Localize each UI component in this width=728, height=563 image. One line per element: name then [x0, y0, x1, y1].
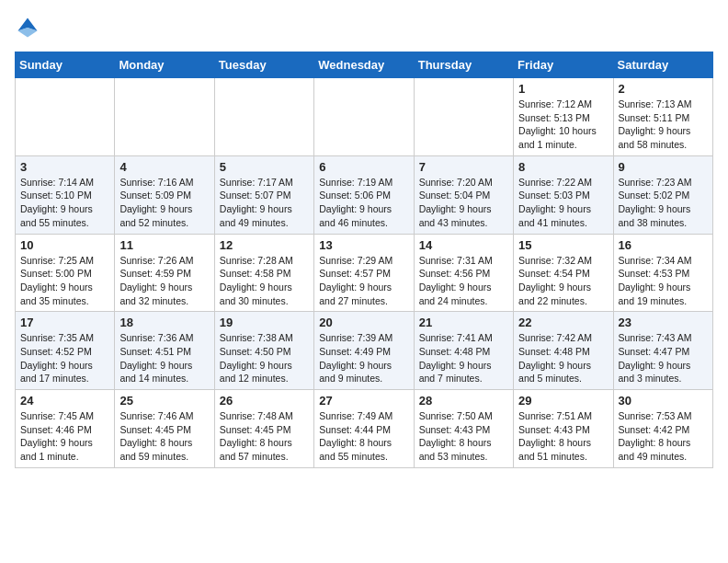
- calendar-cell: 2Sunrise: 7:13 AM Sunset: 5:11 PM Daylig…: [613, 78, 712, 156]
- calendar-cell: [115, 78, 214, 156]
- day-number: 8: [518, 160, 608, 174]
- calendar-cell: 7Sunrise: 7:20 AM Sunset: 5:04 PM Daylig…: [414, 155, 513, 234]
- logo-icon: [15, 15, 40, 40]
- day-info: Sunrise: 7:34 AM Sunset: 4:53 PM Dayligh…: [619, 254, 708, 308]
- calendar-cell: [214, 78, 313, 156]
- calendar-cell: 28Sunrise: 7:50 AM Sunset: 4:43 PM Dayli…: [414, 390, 513, 468]
- day-number: 16: [619, 238, 708, 252]
- day-info: Sunrise: 7:29 AM Sunset: 4:57 PM Dayligh…: [319, 254, 408, 308]
- calendar-cell: [414, 78, 513, 156]
- day-number: 14: [419, 238, 508, 252]
- calendar-week-0: 1Sunrise: 7:12 AM Sunset: 5:13 PM Daylig…: [16, 78, 713, 156]
- day-info: Sunrise: 7:12 AM Sunset: 5:13 PM Dayligh…: [518, 98, 608, 152]
- day-number: 27: [319, 394, 408, 408]
- header-monday: Monday: [115, 52, 214, 78]
- day-info: Sunrise: 7:45 AM Sunset: 4:46 PM Dayligh…: [20, 409, 109, 464]
- header-tuesday: Tuesday: [214, 52, 313, 78]
- day-number: 1: [518, 82, 608, 96]
- day-info: Sunrise: 7:31 AM Sunset: 4:56 PM Dayligh…: [419, 254, 508, 308]
- day-info: Sunrise: 7:38 AM Sunset: 4:50 PM Dayligh…: [220, 331, 309, 385]
- calendar-cell: 6Sunrise: 7:19 AM Sunset: 5:06 PM Daylig…: [314, 155, 414, 234]
- day-info: Sunrise: 7:50 AM Sunset: 4:43 PM Dayligh…: [419, 409, 508, 464]
- calendar-cell: 17Sunrise: 7:35 AM Sunset: 4:52 PM Dayli…: [16, 312, 115, 390]
- day-number: 9: [619, 160, 708, 174]
- day-number: 13: [319, 238, 408, 252]
- calendar-cell: 5Sunrise: 7:17 AM Sunset: 5:07 PM Daylig…: [214, 155, 313, 234]
- day-number: 23: [619, 316, 708, 329]
- calendar-week-3: 17Sunrise: 7:35 AM Sunset: 4:52 PM Dayli…: [16, 312, 713, 390]
- header-friday: Friday: [514, 52, 613, 78]
- day-number: 25: [119, 394, 209, 408]
- calendar-cell: 16Sunrise: 7:34 AM Sunset: 4:53 PM Dayli…: [613, 234, 712, 312]
- day-info: Sunrise: 7:36 AM Sunset: 4:51 PM Dayligh…: [119, 331, 209, 385]
- day-number: 19: [220, 316, 309, 329]
- day-number: 10: [20, 238, 109, 252]
- calendar-week-2: 10Sunrise: 7:25 AM Sunset: 5:00 PM Dayli…: [16, 234, 713, 312]
- calendar-cell: 4Sunrise: 7:16 AM Sunset: 5:09 PM Daylig…: [115, 155, 214, 234]
- day-info: Sunrise: 7:16 AM Sunset: 5:09 PM Dayligh…: [119, 176, 209, 230]
- day-info: Sunrise: 7:46 AM Sunset: 4:45 PM Dayligh…: [119, 409, 209, 464]
- day-info: Sunrise: 7:13 AM Sunset: 5:11 PM Dayligh…: [619, 98, 708, 152]
- day-number: 20: [319, 316, 408, 329]
- day-number: 11: [119, 238, 209, 252]
- calendar-cell: 1Sunrise: 7:12 AM Sunset: 5:13 PM Daylig…: [514, 78, 613, 156]
- calendar-cell: 11Sunrise: 7:26 AM Sunset: 4:59 PM Dayli…: [115, 234, 214, 312]
- page-header: [15, 15, 713, 40]
- calendar-cell: 3Sunrise: 7:14 AM Sunset: 5:10 PM Daylig…: [16, 155, 115, 234]
- day-info: Sunrise: 7:41 AM Sunset: 4:48 PM Dayligh…: [419, 331, 508, 385]
- day-info: Sunrise: 7:26 AM Sunset: 4:59 PM Dayligh…: [119, 254, 209, 308]
- header-wednesday: Wednesday: [314, 52, 414, 78]
- header-thursday: Thursday: [414, 52, 513, 78]
- day-number: 7: [419, 160, 508, 174]
- day-number: 28: [419, 394, 508, 408]
- day-number: 4: [119, 160, 209, 174]
- calendar-cell: 23Sunrise: 7:43 AM Sunset: 4:47 PM Dayli…: [613, 312, 712, 390]
- calendar-cell: 30Sunrise: 7:53 AM Sunset: 4:42 PM Dayli…: [613, 390, 712, 468]
- calendar-cell: 25Sunrise: 7:46 AM Sunset: 4:45 PM Dayli…: [115, 390, 214, 468]
- day-info: Sunrise: 7:14 AM Sunset: 5:10 PM Dayligh…: [20, 176, 109, 230]
- calendar-cell: [314, 78, 414, 156]
- day-info: Sunrise: 7:43 AM Sunset: 4:47 PM Dayligh…: [619, 331, 708, 385]
- calendar-cell: 13Sunrise: 7:29 AM Sunset: 4:57 PM Dayli…: [314, 234, 414, 312]
- calendar-table: SundayMondayTuesdayWednesdayThursdayFrid…: [15, 52, 713, 468]
- day-info: Sunrise: 7:20 AM Sunset: 5:04 PM Dayligh…: [419, 176, 508, 230]
- day-number: 29: [518, 394, 608, 408]
- calendar-cell: 27Sunrise: 7:49 AM Sunset: 4:44 PM Dayli…: [314, 390, 414, 468]
- calendar-cell: [16, 78, 115, 156]
- header-sunday: Sunday: [16, 52, 115, 78]
- day-number: 30: [619, 394, 708, 408]
- day-info: Sunrise: 7:39 AM Sunset: 4:49 PM Dayligh…: [319, 331, 408, 385]
- day-number: 21: [419, 316, 508, 329]
- day-info: Sunrise: 7:28 AM Sunset: 4:58 PM Dayligh…: [220, 254, 309, 308]
- day-info: Sunrise: 7:23 AM Sunset: 5:02 PM Dayligh…: [619, 176, 708, 230]
- day-info: Sunrise: 7:51 AM Sunset: 4:43 PM Dayligh…: [518, 409, 608, 464]
- day-number: 26: [220, 394, 309, 408]
- day-number: 15: [518, 238, 608, 252]
- logo: [15, 15, 44, 40]
- day-info: Sunrise: 7:49 AM Sunset: 4:44 PM Dayligh…: [319, 409, 408, 464]
- day-number: 3: [20, 160, 109, 174]
- day-info: Sunrise: 7:48 AM Sunset: 4:45 PM Dayligh…: [220, 409, 309, 464]
- calendar-cell: 18Sunrise: 7:36 AM Sunset: 4:51 PM Dayli…: [115, 312, 214, 390]
- calendar-week-4: 24Sunrise: 7:45 AM Sunset: 4:46 PM Dayli…: [16, 390, 713, 468]
- day-info: Sunrise: 7:32 AM Sunset: 4:54 PM Dayligh…: [518, 254, 608, 308]
- calendar-cell: 9Sunrise: 7:23 AM Sunset: 5:02 PM Daylig…: [613, 155, 712, 234]
- day-info: Sunrise: 7:35 AM Sunset: 4:52 PM Dayligh…: [20, 331, 109, 385]
- day-info: Sunrise: 7:19 AM Sunset: 5:06 PM Dayligh…: [319, 176, 408, 230]
- calendar-cell: 10Sunrise: 7:25 AM Sunset: 5:00 PM Dayli…: [16, 234, 115, 312]
- calendar-cell: 12Sunrise: 7:28 AM Sunset: 4:58 PM Dayli…: [214, 234, 313, 312]
- day-number: 22: [518, 316, 608, 329]
- calendar-cell: 21Sunrise: 7:41 AM Sunset: 4:48 PM Dayli…: [414, 312, 513, 390]
- day-number: 6: [319, 160, 408, 174]
- day-info: Sunrise: 7:42 AM Sunset: 4:48 PM Dayligh…: [518, 331, 608, 385]
- calendar-cell: 15Sunrise: 7:32 AM Sunset: 4:54 PM Dayli…: [514, 234, 613, 312]
- calendar-week-1: 3Sunrise: 7:14 AM Sunset: 5:10 PM Daylig…: [16, 155, 713, 234]
- calendar-cell: 14Sunrise: 7:31 AM Sunset: 4:56 PM Dayli…: [414, 234, 513, 312]
- day-number: 17: [20, 316, 109, 329]
- day-number: 18: [119, 316, 209, 329]
- calendar-cell: 22Sunrise: 7:42 AM Sunset: 4:48 PM Dayli…: [514, 312, 613, 390]
- day-info: Sunrise: 7:17 AM Sunset: 5:07 PM Dayligh…: [220, 176, 309, 230]
- header-saturday: Saturday: [613, 52, 712, 78]
- calendar-cell: 29Sunrise: 7:51 AM Sunset: 4:43 PM Dayli…: [514, 390, 613, 468]
- day-number: 2: [619, 82, 708, 96]
